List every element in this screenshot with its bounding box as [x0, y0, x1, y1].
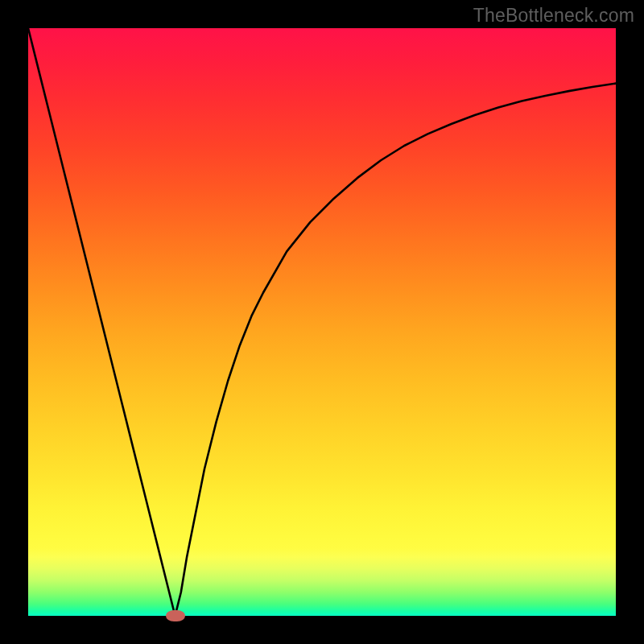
chart-frame: TheBottleneck.com [0, 0, 644, 644]
optimum-marker [166, 610, 185, 621]
watermark-text: TheBottleneck.com [473, 5, 634, 27]
bottleneck-curve [28, 28, 616, 616]
plot-area [28, 28, 616, 616]
curve-layer [28, 28, 616, 616]
